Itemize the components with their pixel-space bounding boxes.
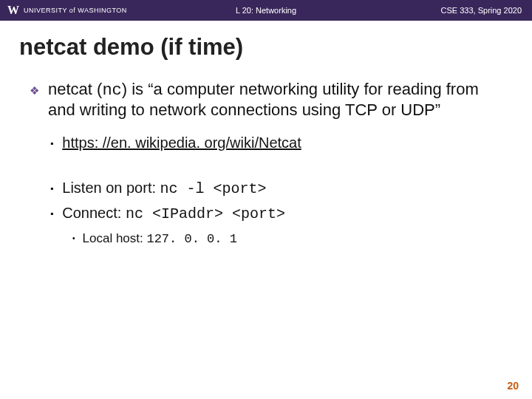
bullet-localhost: • Local host: 127. 0. 0. 1 — [30, 231, 508, 247]
lecture-label: L 20: Networking — [236, 6, 296, 15]
diamond-bullet-icon: ❖ — [30, 84, 39, 120]
bullet-netcat-desc: ❖ netcat (nc) is “a computer networking … — [30, 80, 508, 120]
bullet-text: https: //en. wikipedia. org/wiki/Netcat — [62, 134, 301, 152]
w-mark-icon: W — [7, 4, 19, 17]
wikipedia-link[interactable]: https: //en. wikipedia. org/wiki/Netcat — [62, 134, 301, 151]
dot-bullet-icon: • — [72, 234, 75, 247]
bullet-listen: ▪ Listen on port: nc -l <port> — [30, 179, 508, 198]
bullet-link: ▪ https: //en. wikipedia. org/wiki/Netca… — [30, 134, 508, 152]
bullet-text: netcat (nc) is “a computer networking ut… — [48, 80, 508, 120]
bullet-text: Connect: nc <IPaddr> <port> — [62, 204, 285, 223]
course-term: CSE 333, Spring 2020 — [441, 6, 532, 15]
slide-title: netcat demo (if time) — [0, 21, 532, 69]
square-bullet-icon: ▪ — [50, 138, 53, 152]
square-bullet-icon: ▪ — [50, 183, 53, 198]
slide-body: ❖ netcat (nc) is “a computer networking … — [0, 80, 532, 247]
org-name: UNIVERSITY of WASHINGTON — [24, 7, 127, 14]
slide-header: W UNIVERSITY of WASHINGTON L 20: Network… — [0, 0, 532, 21]
page-number: 20 — [507, 380, 519, 392]
square-bullet-icon: ▪ — [50, 208, 53, 223]
bullet-text: Listen on port: nc -l <port> — [62, 179, 266, 198]
bullet-text: Local host: 127. 0. 0. 1 — [83, 231, 237, 247]
uw-logo: W UNIVERSITY of WASHINGTON — [0, 4, 127, 17]
slide: W UNIVERSITY of WASHINGTON L 20: Network… — [0, 0, 532, 399]
bullet-connect: ▪ Connect: nc <IPaddr> <port> — [30, 204, 508, 223]
